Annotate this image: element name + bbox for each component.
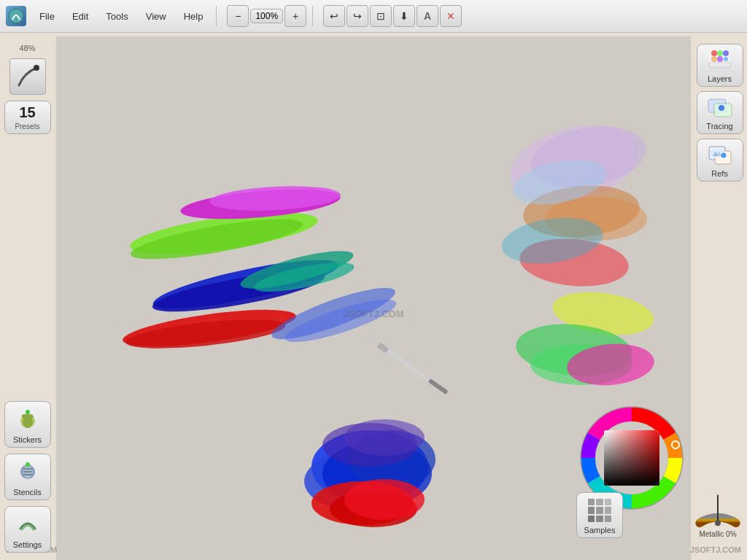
brush-presets-label: Presets (15, 122, 40, 131)
text-button[interactable]: A (417, 5, 438, 27)
save-button[interactable]: ⬇ (393, 5, 415, 27)
samples-icon (587, 497, 613, 524)
svg-point-56 (711, 50, 717, 56)
zoom-display: 100% (250, 9, 283, 23)
layers-tool[interactable]: Layers (697, 44, 743, 87)
zoom-plus-button[interactable]: + (285, 5, 306, 27)
stickers-icon (15, 406, 41, 432)
menu-file[interactable]: File (32, 8, 62, 25)
stencils-tool[interactable]: Stencils (4, 454, 51, 500)
svg-point-70 (721, 153, 726, 158)
stencils-label: Stencils (13, 488, 42, 497)
svg-point-60 (717, 56, 723, 62)
tracing-tool[interactable]: Tracing (697, 91, 743, 134)
metallic-meter[interactable]: Metallic 0% (692, 451, 743, 538)
tracing-icon (705, 96, 735, 120)
svg-rect-53 (709, 62, 731, 68)
brush-number: 15 (19, 104, 35, 121)
samples-label: Samples (584, 526, 616, 534)
menu-view[interactable]: View (139, 8, 174, 25)
menu-edit[interactable]: Edit (65, 8, 96, 25)
svg-point-32 (344, 479, 425, 520)
svg-rect-73 (604, 430, 659, 486)
svg-text:JSOFTJ.COM: JSOFTJ.COM (343, 308, 403, 319)
refs-label: Refs (711, 169, 728, 178)
stickers-label: Stickers (13, 435, 42, 444)
separator (216, 6, 217, 26)
svg-point-52 (26, 462, 30, 467)
svg-point-57 (717, 50, 723, 56)
svg-point-46 (26, 410, 30, 414)
separator2 (312, 6, 313, 26)
menu-bar: File Edit Tools View Help − 100% + ↩ ↪ ⊡… (0, 0, 747, 33)
samples-button[interactable]: Samples (576, 492, 623, 538)
brush-size-display[interactable]: 15 Presets (4, 101, 51, 134)
app-logo (6, 6, 26, 26)
menu-help[interactable]: Help (177, 8, 211, 25)
left-sidebar: 48% 15 Presets Stickers (0, 36, 55, 560)
svg-point-44 (26, 414, 29, 418)
refs-icon (705, 144, 735, 167)
svg-point-61 (724, 57, 728, 61)
menu-tools[interactable]: Tools (98, 8, 135, 25)
svg-point-78 (715, 520, 721, 526)
close-button[interactable]: ✕ (440, 5, 462, 27)
settings-icon (15, 511, 41, 537)
undo-button[interactable]: ↩ (323, 5, 345, 27)
zoom-minus-button[interactable]: − (227, 5, 249, 27)
svg-point-40 (34, 65, 39, 71)
zoom-controls: − 100% + (227, 5, 306, 27)
layers-label: Layers (708, 74, 732, 83)
brush-preview[interactable] (9, 58, 46, 95)
metallic-label: Metallic 0% (699, 530, 736, 538)
zoom-value: 100% (255, 11, 278, 21)
svg-point-34 (344, 419, 425, 456)
svg-point-43 (22, 414, 26, 419)
svg-point-45 (29, 415, 33, 419)
edit-tools: ↩ ↪ ⊡ ⬇ A ✕ (323, 5, 462, 27)
refs-tool[interactable]: Refs (697, 139, 743, 182)
svg-point-64 (719, 105, 724, 111)
settings-label: Settings (13, 540, 42, 549)
redo-button[interactable]: ↪ (347, 5, 368, 27)
svg-point-58 (723, 50, 729, 56)
stickers-tool[interactable]: Stickers (4, 401, 51, 448)
layers-icon (705, 49, 735, 72)
settings-tool[interactable]: Settings (4, 506, 51, 553)
stencils-icon (15, 459, 41, 485)
tracing-label: Tracing (706, 122, 732, 131)
opacity-value: 48% (19, 44, 35, 52)
svg-point-59 (711, 56, 717, 62)
crop-button[interactable]: ⊡ (370, 5, 392, 27)
